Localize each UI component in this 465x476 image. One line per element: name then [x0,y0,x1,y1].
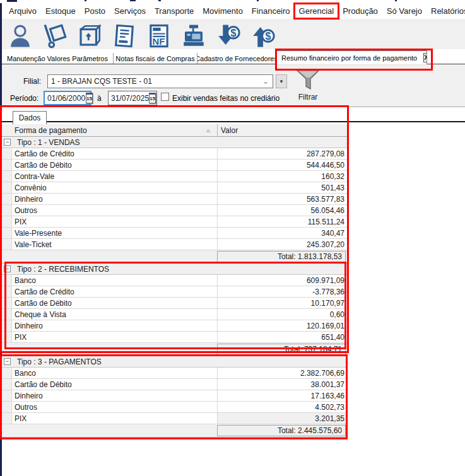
group-header-row[interactable]: − Tipo : 1 - VENDAS [2,137,347,148]
value-cell[interactable]: 245.307,20 [217,239,347,250]
value-cell[interactable]: 0,60 [217,309,347,320]
value-cell[interactable]: 340,47 [217,228,347,238]
value-cell[interactable]: 563.577,83 [217,194,347,204]
date-from-field[interactable]: 01/06/2000 15 [44,91,91,105]
filial-select[interactable]: 1 - BRAJAN CQS TESTE - 01 ⌄ [47,74,273,88]
package-icon[interactable] [75,21,104,50]
payment-method-cell[interactable]: Cartão de Crédito [12,286,217,297]
payment-method-cell[interactable]: Cartão de Débito [12,160,217,170]
table-row[interactable]: Cartão de Débito544.446,50 [2,160,347,171]
value-cell[interactable]: -3.778,36 [217,286,347,297]
value-cell[interactable]: 544.446,50 [217,160,347,170]
payment-method-cell[interactable]: Cartão de Débito [12,379,217,390]
table-row[interactable]: Cartão de Crédito-3.778,36 [2,286,347,298]
value-cell-selected[interactable]: 3.201,35 [217,413,347,424]
payment-method-cell[interactable]: Banco [12,275,217,286]
menu-item-producao[interactable]: Produção [339,4,382,18]
menu-item-relatorios[interactable]: Relatórios [427,4,465,18]
column-header-valor[interactable]: Valor [217,124,347,136]
tab-notas-fiscais-de-compras[interactable]: Notas fiscais de Compras [114,53,197,64]
payment-method-cell[interactable]: Vale-Ticket [12,239,217,250]
table-row[interactable]: Dinheiro563.577,83 [2,194,347,205]
payment-method-cell[interactable]: Cartão de Crédito [12,148,217,159]
value-cell[interactable]: 56.054,46 [217,205,347,216]
table-row[interactable]: Cheque à Vista0,60 [2,309,347,320]
table-row[interactable]: Dinheiro17.163,46 [2,390,347,402]
value-cell[interactable]: 609.971,09 [217,275,347,286]
cash-register-icon[interactable] [179,21,208,50]
collapse-icon[interactable]: − [4,265,11,272]
value-cell[interactable]: 651,40 [217,332,347,342]
menu-item-servicos[interactable]: Serviços [110,4,150,18]
table-row[interactable]: Outros56.054,46 [2,205,347,216]
tab-dados[interactable]: Dados [13,111,47,124]
value-cell[interactable]: 38.001,37 [217,379,347,390]
calendar-icon[interactable]: 15 [86,93,93,103]
table-row[interactable]: Outros4.502,73 [2,402,347,413]
table-row[interactable]: Vale-Presente340,47 [2,228,347,239]
money-out-icon[interactable]: $ [249,21,278,50]
menu-item-arquivo[interactable]: Arquivo [5,4,40,18]
table-row[interactable]: PIX115.511,24 [2,216,347,228]
payment-method-cell[interactable]: Contra-Vale [12,171,217,182]
column-header-forma[interactable]: Forma de pagamento [2,124,217,136]
payment-method-cell[interactable]: Dinheiro [12,390,217,401]
payment-method-cell[interactable]: Cartão de Débito [12,298,217,308]
nf-invoice-icon[interactable]: NF [144,21,174,50]
table-row[interactable]: Convênio501,43 [2,182,347,194]
filial-dropdown-button[interactable]: ▼ [276,74,287,88]
table-row[interactable]: Contra-Vale160,32 [2,171,347,182]
table-row[interactable]: Banco609.971,09 [2,275,347,286]
payment-method-cell[interactable]: PIX [12,216,217,227]
user-icon[interactable] [6,21,35,50]
payment-method-cell[interactable]: Convênio [12,182,217,193]
value-cell[interactable]: 2.382.706,69 [217,368,347,378]
table-row[interactable]: Cartão de Débito38.001,37 [2,379,347,390]
payment-method-cell[interactable]: Cheque à Vista [12,309,217,320]
payment-method-cell[interactable]: Outros [12,205,217,216]
filtrar-button[interactable]: Filtrar [289,69,327,102]
value-cell[interactable]: 160,32 [217,171,347,182]
value-cell[interactable]: 17.163,46 [217,390,347,401]
menu-item-movimento[interactable]: Movimento [199,4,247,18]
table-row[interactable]: PIX651,40 [2,332,347,343]
tab-cadastro-de-fornecedores[interactable]: Cadastro de Fornecedores [197,53,276,64]
collapse-icon[interactable]: − [4,139,11,146]
payment-method-cell[interactable]: Dinheiro [12,194,217,204]
table-row[interactable]: Banco2.382.706,69 [2,368,347,379]
payment-method-cell[interactable]: Outros [12,402,217,412]
value-cell[interactable]: 4.502,73 [217,402,347,412]
tab-manutencao-valores-parametros[interactable]: Manutenção Valores Parâmetros [2,53,114,64]
value-cell[interactable]: 120.169,01 [217,320,347,331]
date-to-field[interactable]: 31/07/2025 15 [108,91,157,105]
table-row[interactable]: PIX3.201,35 [2,413,347,424]
table-row[interactable]: Dinheiro120.169,01 [2,320,347,332]
value-cell[interactable]: 10.170,97 [217,298,347,308]
collapse-icon[interactable]: − [4,358,11,365]
menu-item-so-varejo[interactable]: Só Varejo [383,4,426,18]
exibir-vendas-crediario-checkbox[interactable] [161,93,169,101]
menu-item-estoque[interactable]: Estoque [42,4,79,18]
menu-item-gerencial[interactable]: Gerencial [295,4,338,18]
tab-resumo-financeiro[interactable]: Resumo financeiro por forma de pagamento… [276,50,427,64]
handtruck-icon[interactable] [40,21,69,50]
calendar-icon[interactable]: 15 [149,93,156,103]
group-header-row[interactable]: − Tipo : 3 - PAGAMENTOS [2,356,347,368]
close-tab-icon[interactable]: X [423,53,427,62]
payment-method-cell[interactable]: Vale-Presente [12,228,217,238]
payment-method-cell[interactable]: PIX [12,332,217,342]
value-cell[interactable]: 287.279,08 [217,148,347,159]
payment-method-cell[interactable]: Banco [12,368,217,378]
table-row[interactable]: Cartão de Débito10.170,97 [2,298,347,309]
value-cell[interactable]: 501,43 [217,182,347,193]
invoice-icon[interactable] [110,21,139,50]
value-cell[interactable]: 115.511,24 [217,216,347,227]
money-in-icon[interactable]: $ [214,21,243,50]
group-header-row[interactable]: − Tipo : 2 - RECEBIMENTOS [2,264,347,275]
payment-method-cell[interactable]: PIX [12,413,217,424]
menu-item-posto[interactable]: Posto [81,4,109,18]
payment-method-cell[interactable]: Dinheiro [12,320,217,331]
menu-item-financeiro[interactable]: Financeiro [248,4,294,18]
table-row[interactable]: Cartão de Crédito287.279,08 [2,148,347,160]
menu-item-transporte[interactable]: Transporte [151,4,197,18]
